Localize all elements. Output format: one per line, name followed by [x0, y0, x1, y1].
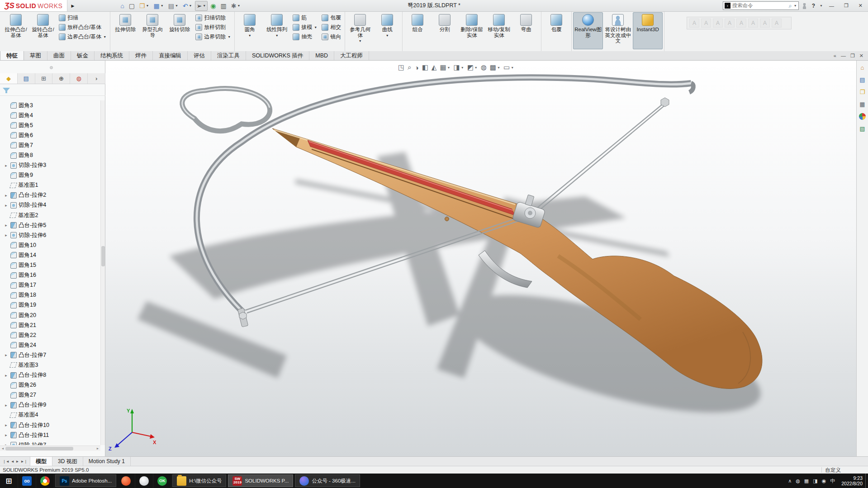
- tree-item[interactable]: ▸切除-拉伸6: [0, 230, 100, 240]
- taskbar-photoshop[interactable]: PsAdobe Photosh...: [55, 474, 116, 487]
- tree-item[interactable]: ▸凸台-拉伸9: [0, 400, 100, 410]
- tree-item[interactable]: ▸凸台-拉伸7: [0, 350, 100, 360]
- tab-first-icon[interactable]: ❘◄: [3, 460, 9, 464]
- tree-vertical-scrollbar[interactable]: [100, 100, 105, 445]
- taskpane-tab-custom-properties[interactable]: ▧: [859, 124, 867, 133]
- taskpane-tab-view-palette[interactable]: ▦: [859, 100, 867, 108]
- tree-item[interactable]: 圆角4: [0, 110, 100, 120]
- expander-arrow-icon[interactable]: ▸: [4, 443, 9, 445]
- tray-icon-4[interactable]: ◉: [822, 478, 826, 484]
- taskbar-app-blue-tile[interactable]: oo: [18, 474, 36, 488]
- taskpane-tab-file-explorer[interactable]: ❐: [859, 88, 867, 96]
- taskbar-app-green-circle[interactable]: OK: [153, 474, 171, 488]
- tree-item[interactable]: 圆角15: [0, 261, 100, 270]
- tab-next-icon[interactable]: ►: [16, 460, 19, 464]
- tab-MBD[interactable]: MBD: [309, 51, 334, 60]
- new-document-button[interactable]: ▢: [127, 1, 137, 11]
- cut-boundary-button[interactable]: 边界切除▼: [193, 32, 233, 42]
- taskpane-tab-design-library[interactable]: ▤: [859, 76, 867, 84]
- panel-tab-featuremanager[interactable]: ◆: [0, 73, 18, 84]
- extrude-boss-button[interactable]: 拉伸凸台/基体: [2, 12, 29, 49]
- realview-button[interactable]: RealView图形: [573, 12, 603, 49]
- hscroll-right-icon[interactable]: ►: [95, 447, 100, 450]
- tray-icon-1[interactable]: ◍: [796, 478, 800, 484]
- doc-tab-Motion Study 1[interactable]: Motion Study 1: [83, 457, 131, 466]
- doc-close-button[interactable]: ✕: [859, 53, 863, 59]
- tree-item[interactable]: 基准面4: [0, 410, 100, 420]
- tree-item[interactable]: 圆角6: [0, 130, 100, 140]
- tab-大工程师[interactable]: 大工程师: [334, 51, 369, 60]
- tree-item[interactable]: 圆角18: [0, 290, 100, 300]
- cut-boundary-dropdown-icon[interactable]: ▼: [228, 35, 231, 38]
- tab-曲面[interactable]: 曲面: [47, 51, 71, 60]
- cut-extrude-button[interactable]: 拉伸切除: [112, 12, 139, 49]
- tree-horizontal-scrollbar[interactable]: ◄ ►: [0, 445, 100, 451]
- curves-dropdown-icon[interactable]: ▼: [386, 33, 389, 39]
- tree-item[interactable]: 圆角16: [0, 270, 100, 280]
- tab-草图[interactable]: 草图: [24, 51, 47, 60]
- fillet-dropdown-icon[interactable]: ▼: [248, 33, 251, 39]
- tree-item[interactable]: ▸切除-拉伸4: [0, 200, 100, 210]
- taskpane-tab-appearances-scenes[interactable]: [859, 112, 867, 120]
- flex-button[interactable]: 弯曲: [512, 12, 540, 49]
- file-properties-button[interactable]: ▥: [218, 1, 228, 11]
- tree-item[interactable]: ▸凸台-拉伸10: [0, 420, 100, 430]
- save-button[interactable]: ▦▼: [152, 1, 166, 11]
- panel-splitter-dot[interactable]: [50, 66, 53, 69]
- hscroll-left-icon[interactable]: ◄: [0, 447, 5, 450]
- taskbar-app-red-circle[interactable]: [117, 474, 135, 488]
- tree-item[interactable]: 基准面3: [0, 360, 100, 370]
- tree-item[interactable]: ▸切除-拉伸7: [0, 440, 100, 445]
- customize-link[interactable]: 自定义: [825, 467, 841, 474]
- tab-scroll-buttons[interactable]: ❘◄ ◄ ► ►❘: [0, 457, 30, 466]
- cut-loft-button[interactable]: 放样切割: [193, 23, 233, 32]
- linear-pattern-button[interactable]: 线性阵列▼: [263, 12, 290, 49]
- combine-button[interactable]: 组合: [404, 12, 431, 49]
- tree-item[interactable]: 圆角19: [0, 300, 100, 310]
- wrap-button[interactable]: 包覆: [543, 12, 570, 49]
- options-button[interactable]: ✱▼: [229, 1, 242, 11]
- expander-arrow-icon[interactable]: ▸: [4, 353, 9, 357]
- tree-item[interactable]: 圆角7: [0, 140, 100, 150]
- panel-tab-displaymanager[interactable]: ◍: [70, 73, 88, 84]
- collapse-ribbon-icon[interactable]: «: [834, 53, 836, 58]
- curves-button[interactable]: 曲线▼: [374, 12, 401, 49]
- taskbar-app-browser-circle[interactable]: [36, 474, 54, 488]
- split-button[interactable]: 分割: [431, 12, 458, 49]
- print-dropdown-icon[interactable]: ▼: [175, 4, 178, 7]
- tree-item[interactable]: 圆角24: [0, 340, 100, 350]
- expander-arrow-icon[interactable]: ▸: [4, 203, 9, 208]
- tree-item[interactable]: ▸凸台-拉伸11: [0, 430, 100, 440]
- open-dropdown-icon[interactable]: ▼: [146, 4, 149, 7]
- intersect-button[interactable]: 相交: [319, 23, 343, 32]
- tab-评估[interactable]: 评估: [188, 51, 211, 60]
- panel-tab-expand[interactable]: ›: [88, 73, 105, 84]
- doc-restore-button[interactable]: ❐: [850, 53, 855, 59]
- taskbar-app-white-circle[interactable]: [135, 474, 153, 488]
- home-button[interactable]: ⌂: [119, 1, 126, 11]
- instant3d-button[interactable]: Instant3D: [633, 12, 663, 49]
- tray-icon-2[interactable]: ▦: [804, 478, 809, 484]
- tree-item[interactable]: 圆角22: [0, 330, 100, 340]
- boundary-boss-dropdown-icon[interactable]: ▼: [103, 35, 106, 38]
- taskbar-solidworks[interactable]: SW2019SOLIDWORKS P...: [228, 474, 293, 487]
- tree-item[interactable]: 圆角10: [0, 240, 100, 250]
- undo-dropdown-icon[interactable]: ▼: [189, 4, 192, 7]
- tree-item[interactable]: 基准面2: [0, 210, 100, 220]
- tab-钣金[interactable]: 钣金: [71, 51, 95, 60]
- tree-item[interactable]: ▸凸台-拉伸8: [0, 370, 100, 380]
- draft-dropdown-icon[interactable]: ▼: [314, 26, 317, 29]
- linear-pattern-dropdown-icon[interactable]: ▼: [275, 33, 279, 39]
- taskbar-browser-360[interactable]: 公众号 - 360极速...: [295, 474, 360, 487]
- search-dropdown-icon[interactable]: ▼: [794, 4, 797, 7]
- tree-item[interactable]: 圆角5: [0, 120, 100, 130]
- tree-item[interactable]: ▸凸台-拉伸5: [0, 220, 100, 230]
- expander-arrow-icon[interactable]: ▸: [4, 233, 9, 237]
- expander-arrow-icon[interactable]: ▸: [4, 193, 9, 198]
- fillet-button[interactable]: 圆角▼: [236, 12, 263, 49]
- print-button[interactable]: ▤▼: [166, 1, 180, 11]
- tree-item[interactable]: 圆角8: [0, 150, 100, 160]
- hole-wizard-button[interactable]: 异型孔向导: [139, 12, 166, 49]
- tree-item[interactable]: 基准面1: [0, 180, 100, 190]
- tab-特征[interactable]: 特征: [0, 51, 24, 60]
